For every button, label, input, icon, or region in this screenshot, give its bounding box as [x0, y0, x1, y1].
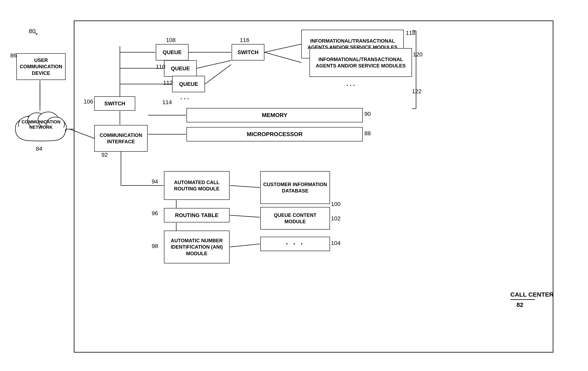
automated-call-routing-box: AUTOMATED CALL ROUTING MODULE [164, 171, 230, 200]
ref-106: 106 [84, 98, 93, 105]
communication-interface-box: COMMUNICATION INTERFACE [94, 125, 147, 152]
ref-112: 112 [163, 80, 173, 86]
ref-92: 92 [101, 152, 108, 158]
routing-table-box: ROUTING TABLE [164, 208, 230, 223]
ref-84: 84 [36, 146, 42, 152]
ref-116: 116 [240, 37, 249, 43]
switch-116-box: SWITCH [231, 44, 264, 61]
queue-110-box: QUEUE [164, 60, 197, 77]
ref-102: 102 [331, 215, 341, 222]
agents-bracket [410, 29, 420, 111]
queue-content-module-box: QUEUE CONTENT MODULE [260, 207, 330, 230]
ellipsis-box: · · · [260, 237, 330, 251]
ref-104: 104 [331, 240, 341, 246]
ref-86: 86 [10, 52, 17, 59]
arrow-80: ↘ [34, 30, 38, 36]
info-agents-120-box: INFORMATIONAL/TRANSACTIONAL AGENTS AND/O… [309, 48, 412, 77]
queue-112-box: QUEUE [172, 76, 205, 92]
user-communication-device-box: USER COMMUNICATION DEVICE [16, 53, 66, 80]
communication-network-cloud: COMMUNICATION NETWORK [12, 106, 70, 143]
ref-82-num: 82 [516, 301, 523, 308]
queue-ellipsis: · · · [180, 95, 189, 102]
agents-ellipsis: · · · [346, 82, 355, 89]
ref-82-underline [510, 299, 535, 300]
queue-108-box: QUEUE [156, 44, 189, 61]
ref-98: 98 [152, 243, 158, 249]
memory-box: MEMORY [187, 108, 363, 122]
ani-module-box: AUTOMATIC NUMBER IDENTIFICATION (ANI) MO… [164, 231, 230, 263]
ref-88: 88 [364, 130, 371, 137]
call-center-label: CALL CENTER [510, 291, 554, 298]
ref-114: 114 [162, 99, 172, 106]
ref-94: 94 [152, 178, 158, 185]
ref-96: 96 [152, 210, 158, 217]
diagram-container: 80 ↘ USER COMMUNICATION DEVICE 86 COMMUN… [8, 8, 580, 363]
ref-108: 108 [166, 37, 176, 43]
switch-106-box: SWITCH [94, 96, 135, 111]
customer-info-db-box: CUSTOMER INFORMATION DATABASE [260, 171, 330, 204]
ref-90: 90 [364, 111, 371, 117]
microprocessor-box: MICROPROCESSOR [187, 127, 363, 141]
ref-100: 100 [331, 201, 341, 207]
ref-110: 110 [156, 64, 165, 70]
